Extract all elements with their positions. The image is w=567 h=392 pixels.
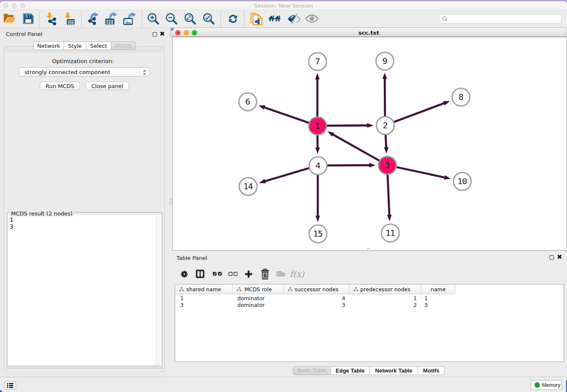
zoom-selected-button[interactable] xyxy=(201,11,216,26)
network-window: ✕ − + scc.txt 1234678910111415 xyxy=(171,28,567,251)
graph-node-10[interactable]: 10 xyxy=(453,172,472,191)
import-network-button[interactable] xyxy=(45,11,59,26)
bottom-grip[interactable] xyxy=(367,248,370,251)
graph-node-4[interactable]: 4 xyxy=(308,156,328,175)
graph-node-14[interactable]: 14 xyxy=(239,177,258,196)
columns-icon xyxy=(196,270,204,278)
export-network-icon xyxy=(88,12,99,25)
zoom-selected-icon xyxy=(202,12,215,25)
table-cell: 3 xyxy=(284,302,350,309)
tab-network-table[interactable]: Network Table xyxy=(370,366,418,375)
export-image-icon xyxy=(123,12,138,25)
table-float-icon[interactable] xyxy=(550,255,554,259)
table-cell: 3 xyxy=(421,302,455,309)
search-input[interactable] xyxy=(449,15,561,22)
graph-node-2[interactable]: 2 xyxy=(376,116,395,135)
graph-node-9[interactable]: 9 xyxy=(375,52,394,71)
memory-button[interactable]: Memory xyxy=(531,380,562,390)
graph-node-3[interactable]: 3 xyxy=(378,156,397,175)
apply-layout-button[interactable] xyxy=(226,11,240,26)
deselect-all-button[interactable] xyxy=(226,267,240,281)
graph-node-8[interactable]: 8 xyxy=(451,88,471,107)
optimization-criterion-select[interactable]: strongly connected component xyxy=(19,67,150,77)
show-all-button[interactable] xyxy=(305,11,319,26)
table-cell: 1 xyxy=(421,295,455,302)
graph-node-1[interactable]: 1 xyxy=(308,116,327,135)
export-table-button[interactable] xyxy=(104,11,118,26)
zoom-in-button[interactable] xyxy=(146,11,160,26)
export-image-button[interactable] xyxy=(123,11,138,26)
optimization-criterion-value: strongly connected component xyxy=(25,69,110,75)
delete-column-button[interactable] xyxy=(258,267,272,281)
close-panel-button[interactable]: Close panel xyxy=(85,82,129,90)
save-session-button[interactable] xyxy=(21,11,36,26)
import-table-button[interactable] xyxy=(63,11,77,26)
mcds-result-legend: MCDS result (2 nodes) xyxy=(9,210,74,217)
zoom-out-button[interactable] xyxy=(164,11,179,26)
delete-table-button[interactable] xyxy=(273,267,288,281)
graph-node-7[interactable]: 7 xyxy=(308,52,327,71)
task-history-button[interactable] xyxy=(4,381,16,389)
network-window-title: scc.txt xyxy=(171,30,567,36)
table-row[interactable]: 1dominator411 xyxy=(175,295,455,302)
fit-content-icon xyxy=(184,12,197,25)
graph-node-6[interactable]: 6 xyxy=(238,92,257,111)
zoom-out-icon xyxy=(165,12,178,25)
table-close-icon[interactable]: ✖ xyxy=(557,253,562,261)
table-cell: dominator xyxy=(233,302,284,309)
tab-style[interactable]: Style xyxy=(64,41,86,50)
close-panel-icon[interactable]: ✖ xyxy=(160,30,165,38)
search-box[interactable] xyxy=(439,14,561,24)
table-row[interactable]: 3dominator323 xyxy=(175,302,455,309)
column-header[interactable]: predecessor nodes xyxy=(350,284,421,294)
function-builder-button[interactable]: f(x) xyxy=(289,267,306,281)
column-browser-button[interactable] xyxy=(193,267,207,281)
select-all-button[interactable] xyxy=(210,267,224,281)
eye-icon xyxy=(305,13,319,24)
column-header[interactable]: MCDS role xyxy=(233,284,284,294)
result-scrollbar[interactable] xyxy=(156,215,160,365)
column-header[interactable]: shared name xyxy=(175,284,233,294)
graph-node-11[interactable]: 11 xyxy=(381,224,400,243)
tab-network[interactable]: Network xyxy=(33,41,64,50)
table-cell: 4 xyxy=(284,295,350,302)
splitter-grip[interactable] xyxy=(169,199,172,204)
graph-node-15[interactable]: 15 xyxy=(308,224,328,243)
app-window: Session: New Session Control Panel ✖ xyxy=(0,1,567,392)
mcds-result-list[interactable]: 13 xyxy=(8,215,161,366)
tab-mcds[interactable]: MCDS xyxy=(111,41,136,50)
result-item[interactable]: 1 xyxy=(10,217,161,224)
optimization-criterion-label: Optimization criterion: xyxy=(0,58,166,64)
hide-selected-button[interactable] xyxy=(286,11,301,26)
memory-label: Memory xyxy=(542,382,560,388)
create-column-button[interactable] xyxy=(241,267,256,281)
column-header[interactable]: name xyxy=(421,284,455,294)
import-table-icon xyxy=(64,12,76,25)
run-mcds-button[interactable]: Run MCDS xyxy=(40,82,80,90)
tab-node-table[interactable]: Node Table xyxy=(293,366,331,375)
export-network-button[interactable] xyxy=(86,11,101,26)
tab-edge-table[interactable]: Edge Table xyxy=(331,366,370,375)
fit-content-button[interactable] xyxy=(183,11,197,26)
table-panel-title: Table Panel xyxy=(176,255,207,261)
result-item[interactable]: 3 xyxy=(10,224,161,230)
control-panel-tabs: NetworkStyleSelectMCDS xyxy=(33,41,136,50)
control-panel-title: Control Panel xyxy=(6,31,42,37)
mcds-result-group: 13 xyxy=(7,212,162,368)
table-cell: 1 xyxy=(350,295,421,302)
save-icon xyxy=(22,13,34,25)
first-neighbors-button[interactable] xyxy=(267,11,282,26)
tab-select[interactable]: Select xyxy=(86,41,111,50)
table-settings-button[interactable] xyxy=(177,267,191,281)
tab-motifs[interactable]: Motifs xyxy=(418,366,445,375)
column-header[interactable]: successor nodes xyxy=(284,284,350,294)
network-canvas[interactable]: 1234678910111415 xyxy=(172,37,567,251)
select-all-icon xyxy=(213,272,222,276)
float-panel-icon[interactable] xyxy=(153,32,157,36)
delete-table-icon xyxy=(276,271,285,277)
open-session-button[interactable] xyxy=(2,11,17,26)
import-network-icon xyxy=(46,12,58,25)
network-window-titlebar[interactable]: ✕ − + scc.txt xyxy=(171,28,567,37)
copy-network-button[interactable] xyxy=(249,11,264,26)
table-cell: dominator xyxy=(233,295,284,302)
